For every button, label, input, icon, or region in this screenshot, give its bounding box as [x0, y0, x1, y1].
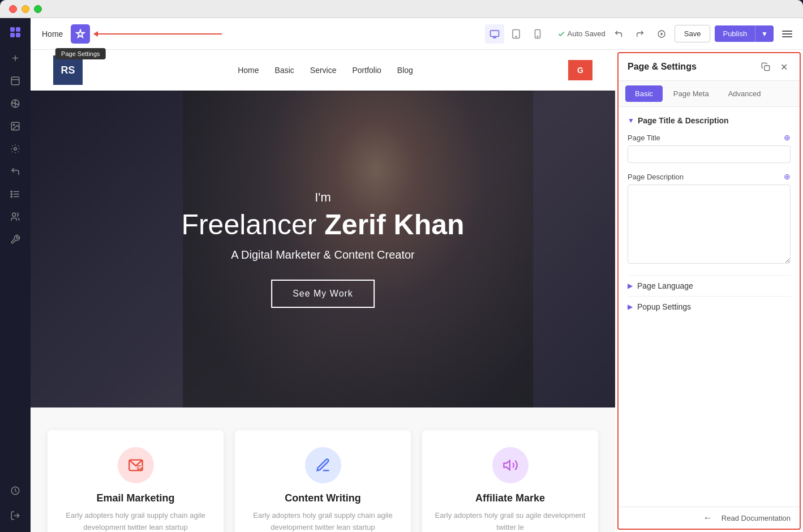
tab-basic[interactable]: Basic	[625, 85, 663, 102]
service-desc-3: Early adopters holy grail su agile devel…	[433, 510, 587, 532]
service-title-1: Email Marketing	[59, 492, 212, 504]
footer-arrow-left[interactable]: ←	[703, 513, 712, 523]
preview-button[interactable]	[653, 25, 670, 42]
sidebar-item-undo-redo[interactable]	[5, 161, 26, 182]
nav-link-portfolio[interactable]: Portfolio	[353, 66, 381, 75]
desktop-view-button[interactable]	[485, 24, 504, 44]
nav-link-service[interactable]: Service	[310, 66, 337, 75]
page-settings-button[interactable]: Page Settings	[71, 24, 90, 44]
sidebar-item-media[interactable]	[5, 115, 26, 137]
service-icon-writing	[305, 447, 341, 483]
page-language-label: Page Language	[637, 281, 693, 290]
tab-advanced[interactable]: Advanced	[720, 85, 770, 102]
sidebar-item-add[interactable]: +	[5, 48, 26, 69]
site-logo: RS	[53, 55, 83, 85]
sidebar-item-elements[interactable]	[5, 22, 26, 43]
nav-link-about[interactable]: Basic	[275, 66, 294, 75]
preview-frame[interactable]: RS Home Basic Service Portfolio Blog G	[31, 50, 615, 532]
section-title-description: ▼ Page Title & Description Page Title ⊕	[628, 116, 791, 266]
hero-cta-button[interactable]: See My Work	[271, 280, 375, 308]
sidebar-item-global[interactable]	[5, 93, 26, 114]
annotation-arrow	[93, 31, 222, 37]
services-section: Email Marketing Early adopters holy grai…	[31, 407, 615, 532]
section-heading: Page Title & Description	[638, 116, 729, 125]
svg-rect-28	[765, 66, 770, 71]
panel-footer: ← Read Documentation	[619, 507, 800, 529]
page-title-input[interactable]	[628, 145, 791, 163]
page-description-field: Page Description ⊕	[628, 172, 791, 266]
service-icon-email	[118, 447, 154, 483]
page-settings-tooltip: Page Settings	[55, 48, 106, 59]
sidebar-item-history[interactable]	[5, 480, 26, 501]
service-card-3: Affiliate Marke Early adopters holy grai…	[422, 430, 598, 532]
service-card-2: Content Writing Early adopters holy grai…	[235, 430, 411, 532]
mobile-view-button[interactable]	[528, 24, 547, 44]
page-title-label: Page Title	[628, 134, 660, 142]
page-title-dynamic-icon[interactable]: ⊕	[784, 133, 791, 142]
sidebar-item-users[interactable]	[5, 206, 26, 228]
popup-settings-caret: ▶	[628, 303, 633, 311]
right-panel: Page & Settings ✕ Basic Page Meta Advanc…	[617, 52, 801, 530]
section-toggle-icon[interactable]: ▼	[628, 117, 634, 125]
nav-link-blog[interactable]: Blog	[397, 66, 413, 75]
panel-content: ▼ Page Title & Description Page Title ⊕	[619, 107, 800, 507]
page-title-field: Page Title ⊕	[628, 133, 791, 163]
hamburger-menu-button[interactable]	[778, 25, 796, 43]
popup-settings-label: Popup Settings	[637, 302, 691, 311]
left-sidebar: +	[0, 18, 31, 532]
svg-point-5	[13, 124, 14, 125]
svg-marker-24	[660, 32, 663, 35]
page-description-label: Page Description	[628, 173, 684, 181]
auto-saved-indicator: Auto Saved	[557, 29, 606, 38]
service-desc-1: Early adopters holy grail supply chain a…	[59, 510, 212, 532]
traffic-light-red[interactable]	[9, 5, 17, 13]
collapsible-page-language[interactable]: ▶ Page Language	[628, 275, 791, 296]
svg-point-13	[12, 213, 16, 216]
hero-section: I'm Freelancer Zerif Khan A Digital Mark…	[31, 91, 615, 407]
sidebar-item-list[interactable]	[5, 183, 26, 205]
panel-tabs: Basic Page Meta Advanced	[619, 81, 800, 107]
page-language-caret: ▶	[628, 282, 633, 290]
save-button[interactable]: Save	[675, 25, 711, 42]
collapsible-popup-settings[interactable]: ▶ Popup Settings	[628, 296, 791, 317]
tablet-view-button[interactable]	[506, 24, 526, 44]
site-cta-button[interactable]: G	[568, 60, 592, 80]
tab-page-meta[interactable]: Page Meta	[665, 85, 718, 102]
traffic-light-green[interactable]	[34, 5, 42, 13]
service-title-2: Content Writing	[246, 492, 400, 504]
svg-point-11	[11, 194, 12, 195]
hero-title: Freelancer Zerif Khan	[60, 209, 586, 241]
sidebar-item-pages[interactable]	[5, 70, 26, 92]
svg-point-10	[11, 191, 12, 192]
sidebar-item-exit[interactable]	[5, 505, 26, 526]
service-icon-affiliate	[492, 447, 529, 483]
canvas-area: RS Home Basic Service Portfolio Blog G	[31, 50, 615, 532]
window-chrome	[0, 0, 803, 18]
svg-marker-27	[504, 461, 510, 470]
read-documentation-link[interactable]: Read Documentation	[722, 514, 791, 522]
site-navigation: RS Home Basic Service Portfolio Blog G	[31, 50, 615, 91]
panel-close-button[interactable]: ✕	[777, 60, 791, 74]
top-toolbar: Home Page Settings	[31, 18, 803, 50]
nav-link-home[interactable]: Home	[238, 66, 259, 75]
svg-rect-0	[11, 77, 19, 85]
traffic-light-yellow[interactable]	[22, 5, 29, 13]
svg-point-20	[516, 36, 517, 37]
panel-title: Page & Settings	[628, 62, 697, 72]
panel-copy-button[interactable]	[759, 60, 772, 74]
redo-button[interactable]	[632, 25, 649, 42]
service-title-3: Affiliate Marke	[433, 492, 587, 504]
sidebar-item-tools[interactable]	[5, 229, 26, 250]
publish-button[interactable]: Publish ▼	[715, 25, 774, 42]
svg-point-12	[11, 196, 12, 197]
page-description-dynamic-icon[interactable]: ⊕	[784, 172, 791, 181]
page-description-textarea[interactable]	[628, 185, 791, 264]
svg-point-6	[14, 148, 17, 151]
svg-rect-16	[490, 31, 499, 37]
sidebar-item-settings[interactable]	[5, 138, 26, 160]
svg-point-22	[537, 36, 538, 37]
service-card-1: Email Marketing Early adopters holy grai…	[48, 430, 224, 532]
toolbar-home-label[interactable]: Home	[37, 27, 67, 41]
hero-description: A Digital Marketer & Content Creator	[60, 248, 586, 261]
undo-button[interactable]	[610, 25, 627, 42]
